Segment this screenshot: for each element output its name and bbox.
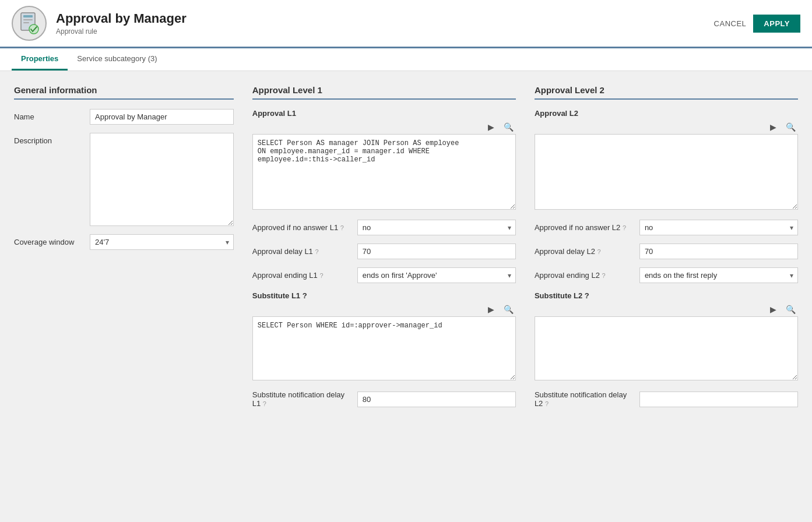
approved-no-answer-l2-label: Approved if no answer L2 ? [535, 223, 634, 232]
approval-l1-play-icon[interactable]: ▶ [486, 121, 497, 133]
approved-no-answer-l2-row: Approved if no answer L2 ? no yes ▾ [535, 220, 798, 235]
approval-level-2-title: Approval Level 2 [535, 85, 798, 100]
approval-l2-play-icon[interactable]: ▶ [768, 121, 779, 133]
substitute-notif-delay-l1-tooltip: ? [263, 400, 266, 407]
approval-level-1-section: Approval Level 1 Approval L1 ▶ 🔍 SELECT … [252, 85, 516, 416]
approval-delay-l2-tooltip: ? [597, 248, 601, 255]
substitute-notif-delay-l1-label: Substitute notification delay L1 ? [252, 390, 351, 408]
approved-no-answer-l2-tooltip: ? [623, 224, 626, 231]
substitute-l2-search-icon[interactable]: 🔍 [783, 304, 798, 315]
substitute-l1-tooltip: ? [303, 291, 307, 300]
coverage-window-select[interactable]: 24'7 8'5 Custom [90, 234, 234, 250]
page-title: Approval by Manager [56, 11, 187, 26]
apply-button[interactable]: APPLY [753, 15, 800, 33]
page-subtitle: Approval rule [56, 27, 187, 36]
approval-l2-toolbar: ▶ 🔍 [535, 121, 798, 133]
substitute-l2-tooltip: ? [585, 291, 589, 300]
general-information-section: General information Name Description Cov… [14, 85, 234, 416]
name-row: Name [14, 109, 234, 125]
coverage-window-select-wrapper: 24'7 8'5 Custom ▾ [90, 234, 234, 250]
app-icon [12, 6, 47, 41]
substitute-notif-delay-l2-row: Substitute notification delay L2 ? [535, 390, 798, 408]
name-label: Name [14, 109, 84, 121]
coverage-window-row: Coverage window 24'7 8'5 Custom ▾ [14, 234, 234, 250]
substitute-l1-search-icon[interactable]: 🔍 [501, 304, 516, 315]
substitute-notif-delay-l2-input[interactable] [639, 392, 798, 407]
description-input[interactable] [90, 133, 234, 226]
approved-no-answer-l1-select-wrapper: no yes ▾ [357, 220, 516, 235]
substitute-l2-toolbar: ▶ 🔍 [535, 304, 798, 315]
approval-l2-query[interactable] [535, 134, 798, 210]
substitute-l2-label: Substitute L2 ? [535, 291, 798, 300]
substitute-notif-delay-l2-label: Substitute notification delay L2 ? [535, 390, 634, 408]
svg-rect-2 [23, 19, 33, 20]
approval-ending-l1-select-wrapper: ends on first 'Approve' ends on the firs… [357, 267, 516, 283]
approval-l1-label: Approval L1 [252, 109, 516, 118]
substitute-notif-delay-l1-row: Substitute notification delay L1 ? [252, 390, 516, 408]
svg-rect-1 [23, 15, 33, 17]
approval-l2-label: Approval L2 [535, 109, 798, 118]
approval-delay-l2-input[interactable] [639, 244, 798, 259]
cancel-button[interactable]: CANCEL [714, 19, 747, 28]
header-left: Approval by Manager Approval rule [12, 6, 187, 41]
name-input[interactable] [90, 109, 234, 125]
approval-delay-l2-label: Approval delay L2 ? [535, 247, 634, 256]
substitute-l1-query[interactable]: SELECT Person WHERE id=:approver->manage… [252, 316, 516, 380]
approval-l1-search-icon[interactable]: 🔍 [501, 121, 516, 133]
approval-ending-l2-row: Approval ending L2 ? ends on first 'Appr… [535, 267, 798, 283]
substitute-l1-toolbar: ▶ 🔍 [252, 304, 516, 315]
approval-l1-block: Approval L1 ▶ 🔍 SELECT Person AS manager… [252, 109, 516, 211]
approval-ending-l2-tooltip: ? [602, 272, 606, 279]
substitute-l2-block: Substitute L2 ? ▶ 🔍 [535, 291, 798, 382]
approved-no-answer-l1-row: Approved if no answer L1 ? no yes ▾ [252, 220, 516, 235]
substitute-l1-play-icon[interactable]: ▶ [486, 304, 497, 315]
approval-l1-query[interactable]: SELECT Person AS manager JOIN Person AS … [252, 134, 516, 210]
approved-no-answer-l2-select[interactable]: no yes [639, 220, 798, 235]
description-row: Description [14, 133, 234, 226]
approval-l2-search-icon[interactable]: 🔍 [783, 121, 798, 133]
approval-level-1-title: Approval Level 1 [252, 85, 516, 100]
main-content: General information Name Description Cov… [0, 71, 812, 430]
approval-delay-l1-tooltip: ? [315, 248, 318, 255]
general-section-title: General information [14, 85, 234, 100]
approval-ending-l1-label: Approval ending L1 ? [252, 271, 351, 280]
top-header: Approval by Manager Approval rule CANCEL… [0, 0, 812, 48]
approval-delay-l2-row: Approval delay L2 ? [535, 244, 798, 259]
description-label: Description [14, 133, 84, 145]
tab-properties[interactable]: Properties [12, 48, 68, 70]
approval-delay-l1-row: Approval delay L1 ? [252, 244, 516, 259]
substitute-notif-delay-l1-input[interactable] [357, 392, 516, 407]
approval-ending-l1-tooltip: ? [319, 272, 323, 279]
approval-level-2-section: Approval Level 2 Approval L2 ▶ 🔍 Approve… [535, 85, 798, 416]
approval-ending-l1-select[interactable]: ends on first 'Approve' ends on the firs… [357, 267, 516, 283]
tabs-bar: Properties Service subcategory (3) [0, 48, 812, 71]
approved-no-answer-l1-label: Approved if no answer L1 ? [252, 223, 351, 232]
coverage-window-label: Coverage window [14, 234, 84, 246]
approved-no-answer-l1-select[interactable]: no yes [357, 220, 516, 235]
substitute-l1-label: Substitute L1 ? [252, 291, 516, 300]
svg-rect-3 [23, 22, 29, 23]
header-title: Approval by Manager Approval rule [56, 11, 187, 36]
approval-delay-l1-input[interactable] [357, 244, 516, 259]
approved-no-answer-l2-select-wrapper: no yes ▾ [639, 220, 798, 235]
substitute-l2-query[interactable] [535, 316, 798, 380]
tab-service-subcategory[interactable]: Service subcategory (3) [68, 48, 166, 70]
approval-l2-block: Approval L2 ▶ 🔍 [535, 109, 798, 211]
approval-ending-l1-row: Approval ending L1 ? ends on first 'Appr… [252, 267, 516, 283]
substitute-l1-block: Substitute L1 ? ▶ 🔍 SELECT Person WHERE … [252, 291, 516, 382]
header-actions: CANCEL APPLY [714, 15, 800, 33]
approved-no-answer-l1-tooltip: ? [340, 224, 344, 231]
substitute-notif-delay-l2-tooltip: ? [545, 400, 549, 407]
approval-l1-toolbar: ▶ 🔍 [252, 121, 516, 133]
approval-ending-l2-label: Approval ending L2 ? [535, 271, 634, 280]
approval-ending-l2-select[interactable]: ends on first 'Approve' ends on the firs… [639, 267, 798, 283]
substitute-l2-play-icon[interactable]: ▶ [768, 304, 779, 315]
approval-ending-l2-select-wrapper: ends on first 'Approve' ends on the firs… [639, 267, 798, 283]
approval-delay-l1-label: Approval delay L1 ? [252, 247, 351, 256]
